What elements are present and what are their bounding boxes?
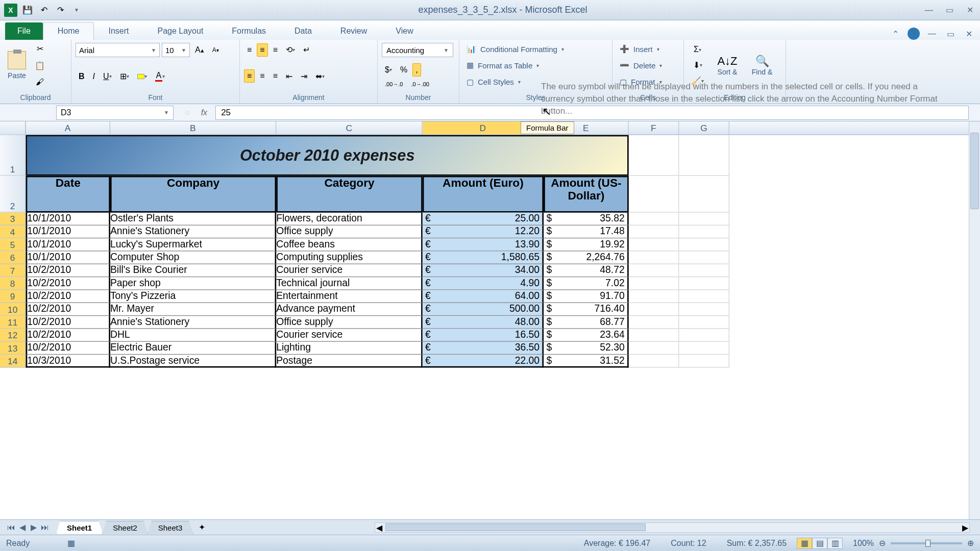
paste-button[interactable]: Paste: [4, 46, 30, 84]
sheet-nav-prev-icon[interactable]: ◀: [17, 523, 28, 532]
tab-formulas[interactable]: Formulas: [217, 22, 280, 40]
vertical-scrollbar[interactable]: [969, 121, 980, 519]
align-middle-icon[interactable]: ≡: [257, 43, 267, 57]
grow-font-icon[interactable]: A▴: [192, 43, 207, 57]
row-header-1[interactable]: 1: [0, 135, 26, 176]
cell-category[interactable]: Office supply: [276, 316, 423, 329]
cell-category[interactable]: Office supply: [276, 226, 423, 238]
find-select-button[interactable]: 🔍 Find &: [748, 46, 776, 84]
view-page-layout-icon[interactable]: ▤: [812, 538, 827, 549]
italic-button[interactable]: I: [90, 70, 98, 83]
format-painter-icon[interactable]: 🖌: [32, 76, 48, 89]
row-header[interactable]: 3: [0, 213, 26, 226]
cell-date[interactable]: 10/3/2010: [26, 355, 110, 367]
borders-icon[interactable]: ⊞▾: [117, 69, 132, 83]
sheet-nav-last-icon[interactable]: ⏭: [40, 523, 50, 532]
header-company[interactable]: Company: [110, 176, 276, 213]
delete-cells-button[interactable]: ➖ Delete ▾: [617, 59, 679, 71]
zoom-in-icon[interactable]: ⊕: [967, 538, 974, 548]
cell-usd[interactable]: $23.64: [544, 329, 629, 342]
cell-company[interactable]: Electric Bauer: [110, 342, 276, 355]
minimize-ribbon-icon[interactable]: ⌃: [889, 28, 901, 40]
sheet-nav-first-icon[interactable]: ⏮: [6, 523, 16, 532]
cell-usd[interactable]: $91.70: [544, 290, 629, 303]
cell-company[interactable]: Tony's Pizzeria: [110, 290, 276, 303]
window-restore-icon[interactable]: ▭: [944, 28, 957, 40]
cell-usd[interactable]: $17.48: [544, 226, 629, 238]
cell-company[interactable]: Lucky's Supermarket: [110, 238, 276, 251]
maximize-icon[interactable]: ▭: [943, 5, 955, 15]
excel-icon[interactable]: X: [4, 4, 17, 17]
cell-company[interactable]: Annie's Stationery: [110, 226, 276, 238]
percent-icon[interactable]: %: [397, 63, 410, 77]
view-normal-icon[interactable]: ▦: [797, 538, 812, 549]
font-size-dropdown[interactable]: 10▼: [162, 43, 190, 57]
header-category[interactable]: Category: [276, 176, 423, 213]
cell-euro[interactable]: €48.00: [423, 316, 544, 329]
sheet-tab-2[interactable]: Sheet2: [102, 521, 148, 534]
col-header-g[interactable]: G: [679, 121, 729, 134]
sheet-nav-next-icon[interactable]: ▶: [29, 523, 39, 532]
cell-date[interactable]: 10/1/2010: [26, 226, 110, 238]
cell-date[interactable]: 10/2/2010: [26, 342, 110, 355]
insert-cells-button[interactable]: ➕ Insert ▾: [617, 43, 679, 55]
window-min-icon[interactable]: —: [926, 28, 938, 40]
undo-icon[interactable]: ↶: [38, 4, 50, 16]
cell-category[interactable]: Technical journal: [276, 277, 423, 290]
decrease-decimal-icon[interactable]: .0→.00: [408, 79, 432, 89]
number-format-dropdown[interactable]: Accounting▼: [382, 43, 453, 57]
tab-page-layout[interactable]: Page Layout: [143, 22, 217, 40]
cell-date[interactable]: 10/2/2010: [26, 329, 110, 342]
name-box[interactable]: D3▼: [56, 106, 174, 120]
cell-usd[interactable]: $19.92: [544, 238, 629, 251]
sort-filter-button[interactable]: A↓Z Sort &: [713, 46, 742, 84]
cell-company[interactable]: Bill's Bike Courier: [110, 264, 276, 277]
cell-category[interactable]: Advance payment: [276, 303, 423, 316]
zoom-slider[interactable]: [891, 542, 962, 544]
row-header[interactable]: 12: [0, 329, 26, 342]
fx-icon[interactable]: fx: [201, 108, 207, 117]
increase-decimal-icon[interactable]: .00→.0: [382, 79, 406, 89]
row-header[interactable]: 11: [0, 316, 26, 329]
cell-company[interactable]: Computer Shop: [110, 252, 276, 264]
cell-euro[interactable]: €22.00: [423, 355, 544, 367]
sheet-tab-1[interactable]: Sheet1: [56, 521, 103, 534]
cell-euro[interactable]: €34.00: [423, 264, 544, 277]
row-header[interactable]: 6: [0, 252, 26, 264]
fill-color-icon[interactable]: ▾: [134, 71, 150, 81]
close-icon[interactable]: ✕: [964, 5, 976, 15]
cell-date[interactable]: 10/2/2010: [26, 303, 110, 316]
row-header[interactable]: 7: [0, 264, 26, 277]
cell-usd[interactable]: $68.77: [544, 316, 629, 329]
spreadsheet-grid[interactable]: A B C D E F G 1 October 2010 expenses 2 …: [0, 121, 980, 519]
align-left-icon[interactable]: ≡: [244, 69, 255, 83]
copy-icon[interactable]: 📋: [32, 59, 48, 72]
new-sheet-icon[interactable]: ✦: [199, 522, 205, 532]
row-header-2[interactable]: 2: [0, 176, 26, 213]
orientation-icon[interactable]: ⟲▾: [283, 43, 298, 57]
zoom-level[interactable]: 100%: [853, 539, 874, 548]
cell-usd[interactable]: $2,264.76: [544, 252, 629, 264]
cell-usd[interactable]: $48.72: [544, 264, 629, 277]
window-close-icon[interactable]: ✕: [963, 28, 975, 40]
comma-style-icon[interactable]: ,: [412, 63, 421, 77]
align-center-icon[interactable]: ≡: [257, 69, 267, 83]
row-header[interactable]: 5: [0, 238, 26, 251]
cell-euro[interactable]: €16.50: [423, 329, 544, 342]
view-page-break-icon[interactable]: ▥: [827, 538, 843, 549]
fill-icon[interactable]: ⬇▾: [688, 58, 707, 72]
horizontal-scrollbar[interactable]: ◀ ▶: [375, 522, 970, 533]
cell-category[interactable]: Courier service: [276, 264, 423, 277]
cell-category[interactable]: Lighting: [276, 342, 423, 355]
cell-category[interactable]: Flowers, decoration: [276, 213, 423, 226]
row-header[interactable]: 9: [0, 290, 26, 303]
cut-icon[interactable]: ✂: [32, 42, 48, 56]
col-header-c[interactable]: C: [276, 121, 423, 134]
format-cells-button[interactable]: ▢ Format ▾: [617, 76, 679, 88]
cell-euro[interactable]: €1,580.65: [423, 252, 544, 264]
tab-view[interactable]: View: [381, 22, 427, 40]
col-header-b[interactable]: B: [110, 121, 276, 134]
cell-company[interactable]: Ostler's Plants: [110, 213, 276, 226]
cell-euro[interactable]: €25.00: [423, 213, 544, 226]
wrap-text-icon[interactable]: ↵: [300, 43, 313, 57]
